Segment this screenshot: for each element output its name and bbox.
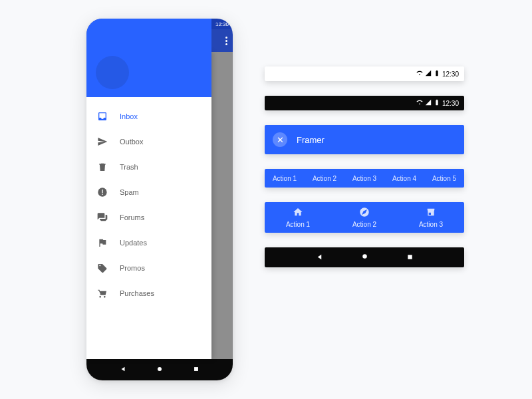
account-row[interactable]: george@gmail.com ▼	[86, 102, 211, 110]
statusbar-dark: 12:30	[265, 96, 464, 110]
tab-action-4[interactable]: Action 4	[384, 175, 424, 182]
svg-point-5	[362, 254, 367, 259]
bottomnav-label: Action 2	[352, 221, 376, 228]
nav-recent-icon[interactable]	[193, 366, 200, 374]
signal-icon	[425, 99, 432, 107]
tab-action-2[interactable]: Action 2	[305, 175, 344, 182]
nav-back-icon[interactable]	[316, 253, 323, 263]
drawer-item-label: Trash	[120, 163, 138, 171]
svg-rect-6	[408, 255, 412, 259]
account-email: george@gmail.com	[94, 102, 152, 110]
nav-drawer: george@gmail.com ▼ Inbox	[86, 52, 211, 359]
statusbar-light: 12:30	[265, 66, 464, 81]
drawer-item-spam[interactable]: Spam	[86, 180, 211, 205]
close-button[interactable]: ✕	[273, 132, 287, 147]
svg-rect-4	[194, 367, 198, 371]
drawer-item-label: Purchases	[120, 289, 154, 297]
drawer-item-purchases[interactable]: Purchases	[86, 281, 211, 306]
send-icon	[97, 136, 108, 147]
close-icon: ✕	[277, 135, 284, 145]
wifi-icon	[416, 99, 423, 107]
tabs: Action 1 Action 2 Action 3 Action 4 Acti…	[265, 169, 464, 188]
nav-home-icon[interactable]	[360, 252, 369, 263]
appbar: ✕ Framer	[265, 125, 464, 154]
nav-home-icon[interactable]	[156, 365, 164, 374]
drawer-item-label: Outbox	[120, 138, 143, 146]
battery-icon	[434, 99, 440, 107]
trash-icon	[97, 162, 108, 172]
store-icon	[426, 207, 436, 219]
spam-icon	[97, 187, 108, 198]
drawer-item-label: Promos	[120, 264, 145, 272]
drawer-item-promos[interactable]: Promos	[86, 255, 211, 281]
system-navbar	[86, 359, 233, 380]
drawer-item-label: Forums	[120, 213, 144, 221]
status-time: 12:30	[442, 100, 459, 107]
signal-icon	[425, 70, 432, 78]
phone-body: george@gmail.com ▼ Inbox	[86, 52, 233, 359]
nav-back-icon[interactable]	[120, 366, 126, 374]
bottom-nav: Action 1 Action 2 Action 3	[265, 202, 464, 233]
explore-icon	[359, 207, 370, 219]
status-time: 12:30	[215, 21, 229, 27]
tab-action-3[interactable]: Action 3	[344, 175, 384, 182]
drawer-item-label: Spam	[120, 188, 139, 196]
nav-recent-icon[interactable]	[406, 253, 414, 263]
flag-icon	[97, 237, 108, 248]
drawer-header: george@gmail.com ▼	[86, 19, 211, 97]
drawer-item-label: Inbox	[120, 112, 138, 120]
bottomnav-label: Action 3	[419, 221, 443, 228]
appbar-title: Framer	[297, 135, 325, 145]
tab-action-1[interactable]: Action 1	[265, 175, 305, 182]
drawer-item-outbox[interactable]: Outbox	[86, 129, 211, 154]
forums-icon	[97, 212, 108, 223]
inbox-icon	[97, 111, 108, 122]
tag-icon	[97, 263, 108, 273]
bottomnav-item-3[interactable]: Action 3	[398, 202, 464, 233]
status-time: 12:30	[442, 70, 459, 78]
drawer-item-trash[interactable]: Trash	[86, 154, 211, 180]
tab-action-5[interactable]: Action 5	[424, 175, 464, 182]
bottomnav-label: Action 1	[286, 221, 310, 228]
drawer-item-forums[interactable]: Forums	[86, 205, 211, 230]
bottomnav-item-1[interactable]: Action 1	[265, 202, 331, 233]
phone-mockup: 12:30 george@gmail.com ▼	[86, 19, 233, 380]
overflow-menu-icon[interactable]	[225, 37, 227, 45]
drawer-list: Inbox Outbox Trash	[86, 97, 211, 359]
battery-icon	[434, 70, 440, 78]
svg-rect-1	[102, 190, 102, 193]
avatar[interactable]	[96, 56, 129, 89]
home-icon	[293, 207, 303, 219]
chevron-down-icon: ▼	[198, 103, 203, 109]
drawer-item-label: Updates	[120, 239, 147, 247]
svg-point-3	[158, 367, 162, 371]
drawer-item-updates[interactable]: Updates	[86, 230, 211, 255]
system-navbar-component	[265, 247, 464, 267]
svg-rect-2	[102, 194, 102, 195]
bottomnav-item-2[interactable]: Action 2	[331, 202, 398, 233]
cart-icon	[97, 288, 108, 299]
wifi-icon	[416, 70, 423, 78]
